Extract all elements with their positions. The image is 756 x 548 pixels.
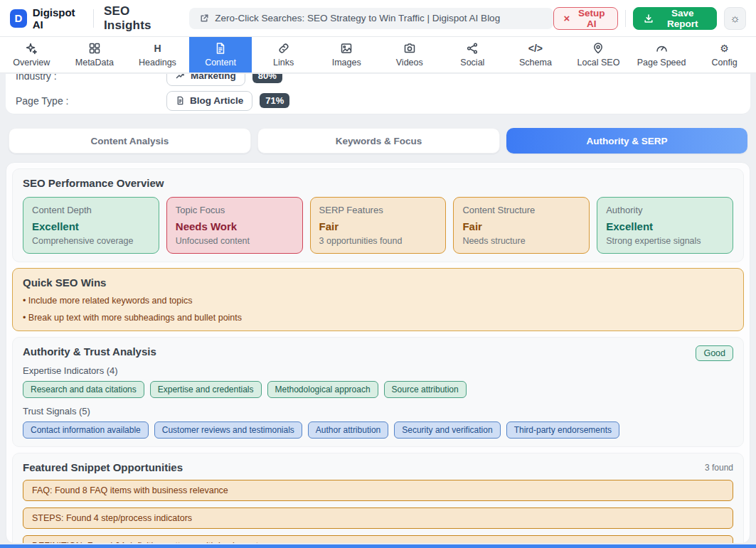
quick-seo-wins-panel: Quick SEO Wins Include more related keyw… (12, 268, 744, 331)
metric-detail: Comprehensive coverage (32, 236, 150, 246)
trust-pill: Author attribution (308, 421, 388, 439)
nav-label: Page Speed (637, 58, 686, 68)
brand-name: Digispot AI (33, 6, 83, 31)
quick-win-item: Break up text with more subheadings and … (23, 313, 733, 323)
rating-badge: Good (696, 345, 733, 361)
metric-status: Fair (462, 220, 580, 232)
expertise-indicators-label: Expertise Indicators (4) (23, 365, 733, 376)
metric-detail: Strong expertise signals (606, 236, 724, 246)
page-type-row: Page Type : Blog Article 71% (16, 88, 740, 113)
code-icon: </> (528, 42, 543, 55)
expertise-pill: Methodological approach (267, 381, 378, 398)
page-classification-panel: Industry : Marketing 80% Page Type : (6, 74, 750, 114)
metric-detail: Unfocused content (176, 236, 294, 246)
sparkles-icon (25, 42, 38, 55)
setup-ai-button[interactable]: × Setup AI (553, 7, 619, 30)
page-type-chip[interactable]: Blog Article (166, 91, 252, 111)
metric-card-content-depth: Content Depth Excellent Comprehensive co… (23, 197, 159, 254)
trust-pill: Contact information available (23, 421, 149, 439)
nav-label: Links (273, 58, 294, 68)
authority-trust-panel: Authority & Trust Analysis Good Expertis… (12, 337, 744, 447)
article-icon (176, 96, 185, 105)
nav-tab-social[interactable]: Social (441, 37, 504, 72)
nav-label: Headings (139, 58, 176, 68)
metric-detail: 3 opportunities found (319, 236, 437, 246)
metric-card-content-structure: Content Structure Fair Needs structure (453, 197, 590, 254)
nav-tab-schema[interactable]: </> Schema (504, 37, 568, 72)
theme-toggle-button[interactable]: ☼ (724, 7, 747, 30)
nav-tab-links[interactable]: Links (252, 37, 315, 72)
metric-card-authority: Authority Excellent Strong expertise sig… (597, 197, 733, 254)
tab-keywords-focus[interactable]: Keywords & Focus (257, 128, 500, 154)
snippet-opportunity-steps: STEPS: Found 4 step/process indicators (23, 507, 733, 529)
nav-label: Social (460, 58, 484, 68)
heading-icon: H (154, 42, 161, 55)
metric-card-topic-focus: Topic Focus Needs Work Unfocused content (166, 197, 303, 254)
bottom-accent-bar (0, 544, 756, 548)
metric-label: Topic Focus (176, 205, 294, 215)
nav-tab-images[interactable]: Images (315, 37, 378, 72)
save-report-button[interactable]: Save Report (633, 7, 716, 30)
header-divider (625, 10, 626, 27)
camera-icon (403, 42, 416, 55)
map-pin-icon (592, 42, 605, 55)
nav-tab-page-speed[interactable]: Page Speed (630, 37, 693, 72)
expertise-pill-row: Research and data citations Expertise an… (23, 381, 733, 398)
main-nav: Overview MetaData H Headings Content Lin… (0, 37, 756, 73)
close-icon: × (564, 13, 570, 23)
performance-overview-title: SEO Performance Overview (23, 177, 733, 189)
nav-tab-headings[interactable]: H Headings (126, 37, 189, 72)
header-divider (93, 9, 94, 28)
page-type-confidence-badge: 71% (260, 93, 289, 108)
brand-logo: D (10, 9, 27, 28)
snippet-opportunity-faq: FAQ: Found 8 FAQ items with business rel… (23, 480, 733, 501)
metric-label: SERP Features (319, 205, 437, 215)
external-link-icon (199, 14, 209, 23)
download-icon (644, 14, 654, 23)
page-type-label: Page Type : (16, 95, 166, 107)
nav-tab-config[interactable]: ⚙ Config (693, 37, 756, 72)
expertise-pill: Research and data citations (23, 381, 144, 398)
industry-confidence-badge: 80% (252, 74, 282, 83)
grid-icon (88, 42, 101, 55)
trending-up-icon (176, 74, 186, 81)
snippet-opportunity-definition: DEFINITION: Found 64 definition patterns… (23, 535, 733, 544)
nav-label: Content (205, 58, 236, 68)
nav-tab-overview[interactable]: Overview (0, 37, 63, 72)
nav-tab-content[interactable]: Content (189, 37, 252, 72)
link-icon (277, 42, 290, 55)
app-header: D Digispot AI SEO Insights Zero-Click Se… (0, 0, 756, 37)
nav-label: MetaData (75, 58, 114, 68)
trust-pill: Customer reviews and testimonials (154, 421, 302, 439)
gauge-icon (655, 42, 668, 55)
metric-status: Fair (319, 220, 437, 232)
analyzed-url-link[interactable]: Zero-Click Searches: SEO Strategy to Win… (189, 8, 553, 29)
industry-chip[interactable]: Marketing (166, 74, 245, 86)
nav-tab-videos[interactable]: Videos (378, 37, 441, 72)
tab-authority-serp[interactable]: Authority & SERP (506, 128, 747, 154)
sun-icon: ☼ (730, 12, 740, 25)
nav-label: Overview (13, 58, 50, 68)
nav-tab-local-seo[interactable]: Local SEO (567, 37, 630, 72)
trust-pill-row: Contact information available Customer r… (23, 421, 733, 439)
quick-win-item: Include more related keywords and topics (23, 296, 733, 306)
tab-content-analysis[interactable]: Content Analysis (9, 128, 251, 154)
trust-pill: Third-party endorsements (506, 421, 619, 439)
expertise-pill: Expertise and credentials (150, 381, 262, 398)
analysis-tabs: Content Analysis Keywords & Focus Author… (9, 128, 747, 154)
nav-tab-metadata[interactable]: MetaData (63, 37, 127, 72)
metric-label: Authority (606, 205, 724, 215)
industry-label: Industry : (16, 74, 166, 82)
snippet-count: 3 found (705, 463, 733, 473)
trust-pill: Security and verification (394, 421, 500, 439)
performance-overview-panel: SEO Performance Overview Content Depth E… (12, 168, 744, 262)
image-icon (340, 42, 353, 55)
expertise-pill: Source attribution (384, 381, 467, 398)
nav-label: Videos (396, 58, 423, 68)
nav-label: Schema (519, 58, 552, 68)
quick-wins-title: Quick SEO Wins (23, 276, 733, 289)
metric-label: Content Depth (32, 205, 150, 215)
metric-status: Needs Work (176, 220, 294, 232)
metric-card-serp-features: SERP Features Fair 3 opportunities found (310, 197, 447, 254)
featured-snippets-panel: Featured Snippet Opportunities 3 found F… (12, 453, 744, 544)
